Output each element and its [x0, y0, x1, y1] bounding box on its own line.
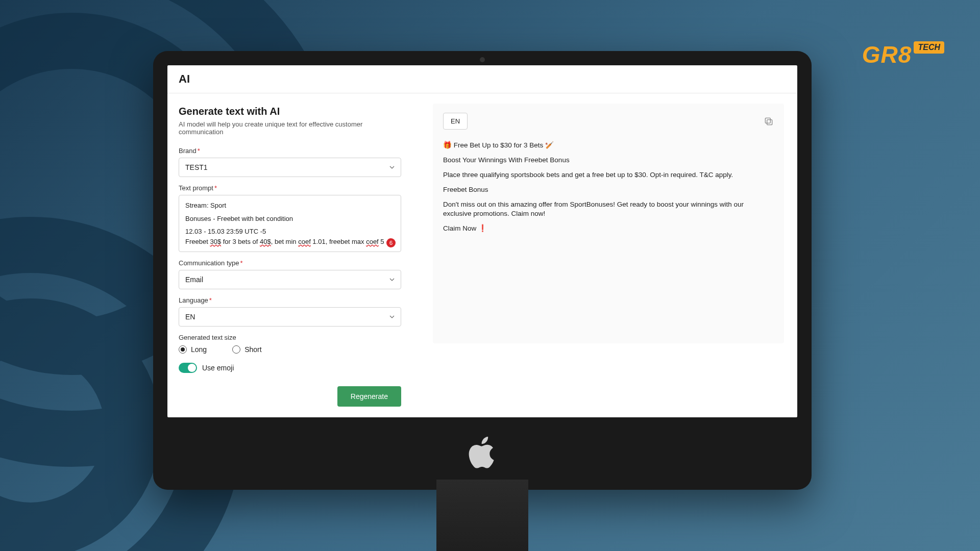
- prompt-field: Text prompt* Stream: Sport Bonuses - Fre…: [179, 184, 401, 252]
- svg-rect-5: [765, 118, 770, 123]
- prompt-textarea[interactable]: Stream: Sport Bonuses - Freebet with bet…: [179, 195, 401, 252]
- copy-icon[interactable]: [764, 116, 774, 127]
- size-radio-group: Long Short: [179, 345, 401, 354]
- output-card: EN 🎁 Free Bet Up to $30 for 3 Bets 🏏 Boo…: [433, 104, 784, 343]
- brand-field: Brand* TEST1: [179, 147, 401, 177]
- required-mark: *: [198, 147, 200, 155]
- required-mark: *: [214, 184, 217, 192]
- regenerate-button[interactable]: Regenerate: [337, 386, 401, 407]
- app-screen: AI Generate text with AI AI model will h…: [167, 65, 797, 417]
- emoji-toggle-row: Use emoji: [179, 363, 401, 373]
- monitor-chin: [167, 417, 797, 489]
- language-select[interactable]: EN: [179, 307, 401, 327]
- form-column: Generate text with AI AI model will help…: [167, 93, 412, 417]
- output-line: Claim Now ❗: [443, 224, 774, 234]
- prompt-line: Freebet 30$ for 3 bets of 40$, bet min c…: [185, 237, 395, 247]
- page-title: AI: [179, 72, 786, 86]
- brand-label: Brand*: [179, 147, 401, 155]
- language-field: Language* EN: [179, 296, 401, 327]
- output-line: Place three qualifying sportsbook bets a…: [443, 170, 774, 180]
- size-label: Generated text size: [179, 334, 401, 341]
- output-column: EN 🎁 Free Bet Up to $30 for 3 Bets 🏏 Boo…: [412, 93, 797, 417]
- section-title: Generate text with AI: [179, 106, 401, 117]
- output-header: EN: [443, 113, 774, 130]
- output-line: Don't miss out on this amazing offer fro…: [443, 200, 774, 219]
- emoji-label: Use emoji: [202, 364, 234, 372]
- button-row: Regenerate: [179, 386, 401, 407]
- brand-logo-badge: TECH: [914, 41, 944, 54]
- prompt-line: 12.03 - 15.03 23:59 UTC -5: [185, 227, 395, 237]
- monitor-frame: AI Generate text with AI AI model will h…: [153, 51, 812, 490]
- chevron-down-icon: [389, 314, 395, 319]
- brand-value: TEST1: [185, 163, 208, 171]
- language-label: Language*: [179, 296, 401, 304]
- prompt-error-badge: 6: [386, 238, 396, 247]
- communication-label: Communication type*: [179, 259, 401, 267]
- chevron-down-icon: [389, 165, 395, 170]
- output-line: Freebet Bonus: [443, 185, 774, 195]
- communication-select[interactable]: Email: [179, 270, 401, 289]
- prompt-line: Stream: Sport: [185, 201, 395, 211]
- output-lang-chip[interactable]: EN: [443, 113, 468, 130]
- apple-logo-icon: [469, 437, 496, 469]
- size-radio-short[interactable]: Short: [232, 345, 261, 354]
- prompt-label: Text prompt*: [179, 184, 401, 192]
- output-line: 🎁 Free Bet Up to $30 for 3 Bets 🏏: [443, 141, 774, 151]
- communication-field: Communication type* Email: [179, 259, 401, 289]
- emoji-toggle[interactable]: [179, 363, 197, 373]
- topbar: AI: [167, 65, 797, 93]
- brand-logo: GR8 TECH: [862, 41, 944, 68]
- monitor-stand: [436, 480, 528, 551]
- required-mark: *: [240, 259, 243, 267]
- brand-logo-main: GR8: [862, 41, 912, 68]
- chevron-down-icon: [389, 277, 395, 282]
- content: Generate text with AI AI model will help…: [167, 93, 797, 417]
- output-line: Boost Your Winnings With Freebet Bonus: [443, 156, 774, 165]
- svg-point-3: [0, 327, 133, 531]
- brand-select[interactable]: TEST1: [179, 158, 401, 177]
- svg-rect-4: [767, 119, 772, 124]
- section-subtitle: AI model will help you create unique tex…: [179, 120, 401, 136]
- required-mark: *: [209, 296, 212, 304]
- language-value: EN: [185, 313, 195, 321]
- communication-value: Email: [185, 276, 203, 284]
- radio-icon: [179, 345, 187, 354]
- prompt-line: Bonuses - Freebet with bet condition: [185, 214, 395, 224]
- size-radio-long[interactable]: Long: [179, 345, 207, 354]
- radio-icon: [232, 345, 240, 354]
- size-field: Generated text size Long Short: [179, 334, 401, 354]
- camera-dot: [480, 57, 485, 62]
